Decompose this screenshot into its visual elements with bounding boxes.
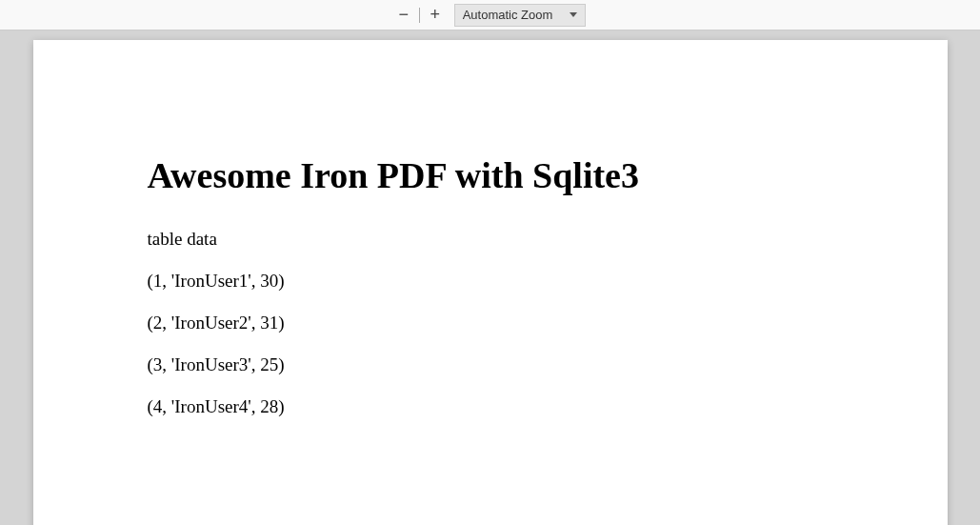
plus-icon: + [430,5,440,25]
minus-icon: − [398,5,409,25]
document-title: Awesome Iron PDF with Sqlite3 [148,154,833,196]
table-row: (4, 'IronUser4', 28) [148,396,833,417]
table-row: (2, 'IronUser2', 31) [148,313,833,333]
table-row: (3, 'IronUser3', 25) [148,354,833,375]
chevron-down-icon [570,12,577,17]
pdf-toolbar: − + Automatic Zoom [0,0,980,30]
zoom-in-button[interactable]: + [426,6,445,25]
zoom-select[interactable]: Automatic Zoom [454,4,587,27]
zoom-out-button[interactable]: − [394,6,413,25]
zoom-select-label: Automatic Zoom [463,8,553,22]
pdf-viewer-area[interactable]: Awesome Iron PDF with Sqlite3 table data… [0,30,980,525]
table-row: (1, 'IronUser1', 30) [148,271,833,292]
document-subtitle: table data [148,229,833,250]
toolbar-divider [419,8,420,23]
pdf-page: Awesome Iron PDF with Sqlite3 table data… [33,40,948,525]
